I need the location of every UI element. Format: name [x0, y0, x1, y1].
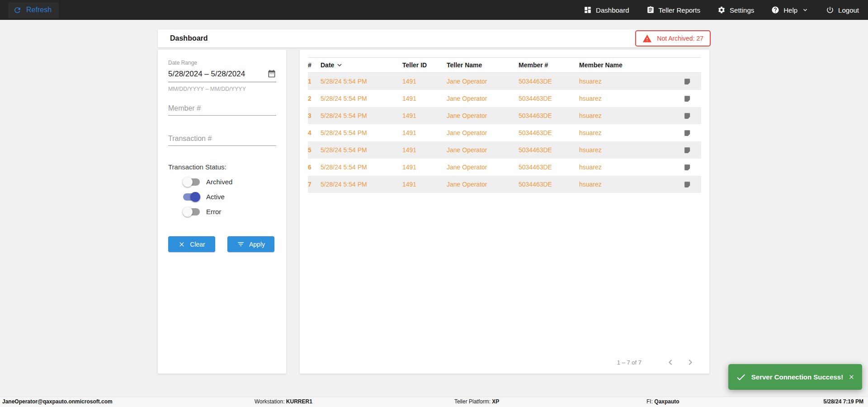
row-member-name: hsuarez [579, 164, 671, 171]
toggle-switch-icon [183, 178, 200, 186]
clear-label: Clear [190, 241, 205, 248]
table-row[interactable]: 4 5/28/24 5:54 PM 1491 Jane Operator 503… [308, 124, 701, 141]
not-archived-badge[interactable]: Not Archived: 27 [635, 30, 711, 47]
row-member-num: 5034463DE [519, 164, 579, 171]
top-navbar: Refresh Dashboard Teller Reports Setting… [0, 0, 868, 20]
dashboard-icon [584, 6, 592, 14]
col-header-date[interactable]: Date [321, 61, 402, 69]
date-range-underline [168, 82, 276, 82]
table-row[interactable]: 5 5/28/24 5:54 PM 1491 Jane Operator 503… [308, 141, 701, 159]
date-format-helper: MM/DD/YYYY – MM/DD/YYYY [168, 86, 276, 92]
row-number: 2 [308, 95, 321, 102]
toast-close-icon[interactable] [848, 374, 855, 380]
table-body: 1 5/28/24 5:54 PM 1491 Jane Operator 503… [308, 73, 701, 193]
row-date: 5/28/24 5:54 PM [321, 112, 402, 119]
table-row[interactable]: 1 5/28/24 5:54 PM 1491 Jane Operator 503… [308, 73, 701, 90]
row-member-name: hsuarez [579, 78, 671, 85]
toggle-error[interactable]: Error [168, 208, 276, 215]
toggle-active[interactable]: Active [168, 193, 276, 201]
receipt-note-icon[interactable] [684, 146, 691, 154]
transaction-number-input[interactable] [168, 135, 276, 143]
col-header-member-num: Member # [519, 61, 579, 69]
nav-item-dashboard[interactable]: Dashboard [575, 0, 637, 20]
row-date: 5/28/24 5:54 PM [321, 129, 402, 136]
row-number: 5 [308, 146, 321, 154]
filter-panel: Date Range MM/DD/YYYY – MM/DD/YYYY Trans… [158, 50, 286, 374]
nav-item-settings[interactable]: Settings [709, 0, 763, 20]
table-row[interactable]: 3 5/28/24 5:54 PM 1491 Jane Operator 503… [308, 107, 701, 124]
receipt-note-icon[interactable] [684, 129, 691, 137]
row-number: 3 [308, 112, 321, 119]
table-row[interactable]: 2 5/28/24 5:54 PM 1491 Jane Operator 503… [308, 90, 701, 107]
receipt-note-icon[interactable] [684, 181, 691, 188]
sort-desc-icon [335, 61, 344, 69]
row-member-num: 5034463DE [519, 78, 579, 85]
row-number: 6 [308, 164, 321, 171]
toggle-switch-icon [183, 193, 200, 201]
refresh-label: Refresh [26, 6, 52, 14]
toggle-label: Archived [206, 178, 232, 186]
nav-item-label: Help [783, 6, 797, 14]
clear-button[interactable]: Clear [168, 236, 215, 252]
close-icon [178, 241, 185, 248]
row-teller-name: Jane Operator [447, 164, 519, 171]
next-page-icon[interactable] [685, 357, 696, 368]
check-icon [736, 372, 746, 383]
refresh-icon [13, 6, 22, 14]
row-teller-name: Jane Operator [447, 78, 519, 85]
pagination-range: 1 – 7 of 7 [617, 359, 642, 366]
transactions-card: # Date Teller ID Teller Name Member # Me… [300, 50, 709, 374]
row-date: 5/28/24 5:54 PM [321, 78, 402, 85]
badge-label: Not Archived: 27 [657, 35, 703, 42]
member-underline [168, 115, 276, 116]
receipt-note-icon[interactable] [684, 112, 691, 120]
nav-item-label: Teller Reports [659, 6, 701, 14]
nav-item-label: Logout [838, 6, 859, 14]
row-member-num: 5034463DE [519, 146, 579, 154]
member-number-field-wrap [168, 104, 276, 116]
receipt-note-icon[interactable] [684, 78, 691, 85]
row-number: 4 [308, 129, 321, 136]
previous-page-icon[interactable] [665, 357, 676, 368]
nav-item-logout[interactable]: Logout [817, 0, 862, 20]
toggle-switch-icon [183, 208, 200, 215]
apply-label: Apply [249, 241, 265, 248]
row-teller-id: 1491 [402, 129, 447, 136]
nav-item-help[interactable]: Help [763, 0, 817, 20]
col-header-member-name: Member Name [579, 61, 671, 69]
col-header-teller-name: Teller Name [447, 61, 519, 69]
warning-icon [642, 34, 652, 43]
nav-item-teller-reports[interactable]: Teller Reports [638, 0, 709, 20]
calendar-icon[interactable] [267, 69, 276, 79]
date-range-input[interactable] [168, 70, 267, 79]
table-row[interactable]: 6 5/28/24 5:54 PM 1491 Jane Operator 503… [308, 159, 701, 176]
transaction-status-label: Transaction Status: [168, 163, 276, 171]
row-date: 5/28/24 5:54 PM [321, 164, 402, 171]
row-member-num: 5034463DE [519, 129, 579, 136]
toast-message: Server Connection Success! [746, 373, 848, 381]
row-teller-name: Jane Operator [447, 95, 519, 102]
row-teller-id: 1491 [402, 181, 447, 188]
clipboard-icon [646, 6, 655, 14]
refresh-button[interactable]: Refresh [8, 2, 59, 18]
receipt-note-icon[interactable] [684, 95, 691, 103]
toggle-label: Active [206, 193, 225, 201]
transactions-table: # Date Teller ID Teller Name Member # Me… [308, 57, 701, 193]
toggle-archived[interactable]: Archived [168, 178, 276, 186]
table-row[interactable]: 7 5/28/24 5:54 PM 1491 Jane Operator 503… [308, 176, 701, 193]
filter-icon [237, 240, 245, 248]
row-member-num: 5034463DE [519, 95, 579, 102]
row-number: 7 [308, 181, 321, 188]
row-date: 5/28/24 5:54 PM [321, 95, 402, 102]
row-teller-id: 1491 [402, 78, 447, 85]
footer-workstation: Workstation: KURRER1 [255, 397, 312, 407]
apply-button[interactable]: Apply [227, 236, 274, 252]
transaction-number-field-wrap [168, 135, 276, 146]
receipt-note-icon[interactable] [684, 164, 691, 171]
transaction-underline [168, 145, 276, 146]
row-member-num: 5034463DE [519, 181, 579, 188]
pagination: 1 – 7 of 7 [617, 357, 696, 368]
toggle-label: Error [206, 208, 221, 215]
member-number-input[interactable] [168, 104, 276, 112]
row-date: 5/28/24 5:54 PM [321, 181, 402, 188]
